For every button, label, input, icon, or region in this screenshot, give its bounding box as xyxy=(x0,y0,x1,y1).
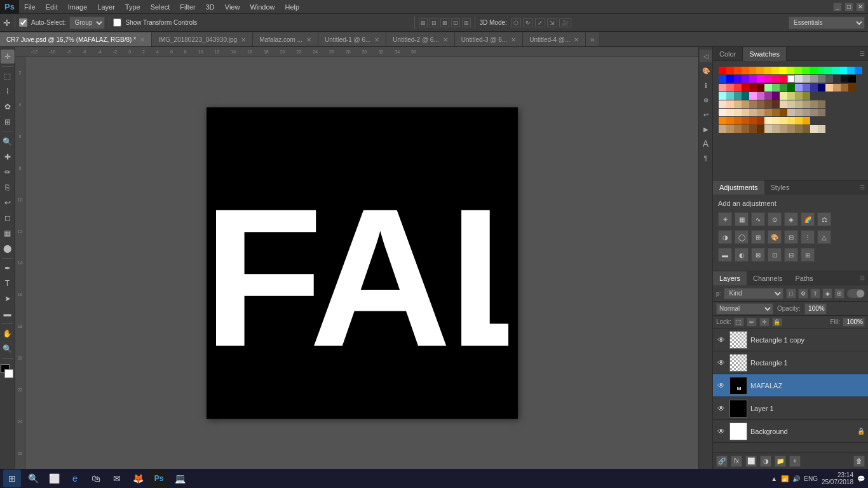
navigator-btn[interactable]: ⊕ xyxy=(700,93,712,106)
swatch[interactable] xyxy=(726,117,734,125)
swatch[interactable] xyxy=(780,109,787,116)
fg-bg-colors[interactable] xyxy=(1,364,15,378)
paths-tab[interactable]: Paths xyxy=(789,271,820,285)
menu-file[interactable]: File xyxy=(19,0,41,13)
tab-2[interactable]: Mafalaz.com ... ✕ xyxy=(253,32,318,46)
adjustments-tab[interactable]: Adjustments xyxy=(713,180,764,194)
swatch[interactable] xyxy=(772,117,780,125)
auto-select-checkbox[interactable] xyxy=(19,18,27,27)
swatch[interactable] xyxy=(734,117,742,125)
type-tool[interactable]: T xyxy=(1,276,15,290)
filter-type-btn[interactable]: T xyxy=(810,288,820,299)
tab-6-close[interactable]: ✕ xyxy=(574,36,579,43)
3d-icon-5[interactable]: 🎥 xyxy=(559,18,571,27)
color-picker-btn[interactable]: 🎨 xyxy=(700,64,712,77)
menu-type[interactable]: Type xyxy=(120,0,146,13)
swatch[interactable] xyxy=(803,75,810,83)
colorBalance-icon[interactable]: ⚖ xyxy=(817,212,831,226)
swatch[interactable] xyxy=(734,84,742,92)
selectiveColor-icon[interactable]: ◐ xyxy=(735,248,749,262)
swatch[interactable] xyxy=(764,67,771,74)
swatch[interactable] xyxy=(749,67,757,74)
info-btn[interactable]: ℹ xyxy=(700,79,712,92)
tab-4[interactable]: Untitled-2 @ 6... ✕ xyxy=(386,32,454,46)
search-button[interactable]: 🔍 xyxy=(24,470,42,487)
swatch[interactable] xyxy=(832,67,839,74)
swatch[interactable] xyxy=(742,67,749,74)
layer-visibility-layer1[interactable]: 👁 xyxy=(716,403,726,414)
swatch[interactable] xyxy=(825,75,833,83)
swatch[interactable] xyxy=(810,75,818,83)
swatch[interactable] xyxy=(803,92,810,100)
swatch[interactable] xyxy=(810,67,817,74)
swatch[interactable] xyxy=(757,100,764,108)
tab-4-close[interactable]: ✕ xyxy=(443,36,448,43)
new-layer-btn[interactable]: + xyxy=(789,456,801,467)
filter-shape-btn[interactable]: ◈ xyxy=(822,288,832,299)
swatch[interactable] xyxy=(848,84,856,92)
swatch[interactable] xyxy=(824,67,832,74)
swatch[interactable] xyxy=(787,109,795,116)
swatch[interactable] xyxy=(719,92,726,100)
invert-icon[interactable]: ⊟ xyxy=(784,230,798,244)
3d-icon-4[interactable]: ⇲ xyxy=(547,18,557,27)
swatch[interactable] xyxy=(795,100,803,108)
styles-tab[interactable]: Styles xyxy=(764,180,796,194)
swatch[interactable] xyxy=(818,100,825,108)
swatch[interactable] xyxy=(719,67,726,74)
layer-group-btn[interactable]: 📁 xyxy=(775,456,786,467)
swatch[interactable] xyxy=(772,125,780,133)
menu-edit[interactable]: Edit xyxy=(41,0,63,13)
volume-icon[interactable]: 🔊 xyxy=(792,475,800,482)
swatch[interactable] xyxy=(756,67,764,74)
history-brush-tool[interactable]: ↩ xyxy=(1,196,15,210)
tab-3-close[interactable]: ✕ xyxy=(374,36,379,43)
swatch[interactable] xyxy=(787,117,795,125)
align-icon-5[interactable]: ⊞ xyxy=(462,18,471,27)
curves-icon[interactable]: ∿ xyxy=(751,212,765,226)
canvas-scroll[interactable]: MAFALAZ xyxy=(25,57,698,469)
swatch[interactable] xyxy=(742,84,749,92)
swatch[interactable] xyxy=(764,125,772,133)
swatch[interactable] xyxy=(749,84,757,92)
tab-0[interactable]: CR7 Juve.psd @ 16,7% (MAFALAZ, RGB/8) * … xyxy=(0,32,152,46)
swatch[interactable] xyxy=(719,117,726,125)
layers-tab[interactable]: Layers xyxy=(713,271,747,285)
swatch[interactable] xyxy=(764,84,772,92)
close-button[interactable]: ✕ xyxy=(856,3,865,11)
swatch[interactable] xyxy=(787,100,795,108)
channels-tab[interactable]: Channels xyxy=(747,271,789,285)
task-view-button[interactable]: ⬜ xyxy=(45,470,63,487)
swatch[interactable] xyxy=(719,125,726,133)
swatch[interactable] xyxy=(803,125,810,133)
swatch[interactable] xyxy=(794,67,802,74)
menu-filter[interactable]: Filter xyxy=(175,0,200,13)
swatch[interactable] xyxy=(818,84,825,92)
swatch[interactable] xyxy=(742,75,749,83)
swatch[interactable] xyxy=(855,67,862,74)
layer-item-rect[interactable]: 👁 Rectangle 1 xyxy=(713,351,868,374)
swatch[interactable] xyxy=(780,84,787,92)
swatch[interactable] xyxy=(749,92,757,100)
channelMixer-icon[interactable]: ⊞ xyxy=(751,230,765,244)
adj-extra-2[interactable]: ⊡ xyxy=(768,248,782,262)
swatch[interactable] xyxy=(734,109,742,116)
swatch[interactable] xyxy=(833,84,841,92)
lock-position-btn[interactable]: ⬚ xyxy=(734,318,744,327)
adjustment-layer-btn[interactable]: ◑ xyxy=(760,456,771,467)
align-icon-2[interactable]: ⊟ xyxy=(430,18,438,27)
swatch[interactable] xyxy=(719,84,726,92)
swatch[interactable] xyxy=(749,100,757,108)
clone-tool[interactable]: ⎘ xyxy=(1,180,15,194)
swatch[interactable] xyxy=(764,92,772,100)
adj-extra-3[interactable]: ⊟ xyxy=(784,248,798,262)
layer-item-background[interactable]: 👁 Background 🔒 xyxy=(713,420,868,443)
tab-0-close[interactable]: ✕ xyxy=(140,36,145,43)
swatch[interactable] xyxy=(742,117,749,125)
swatch[interactable] xyxy=(719,109,726,116)
swatch[interactable] xyxy=(787,75,795,83)
workspace-select[interactable]: Essentials xyxy=(789,17,865,29)
swatch[interactable] xyxy=(749,109,757,116)
swatch[interactable] xyxy=(742,109,749,116)
layers-menu-icon[interactable]: ☰ xyxy=(860,275,865,281)
